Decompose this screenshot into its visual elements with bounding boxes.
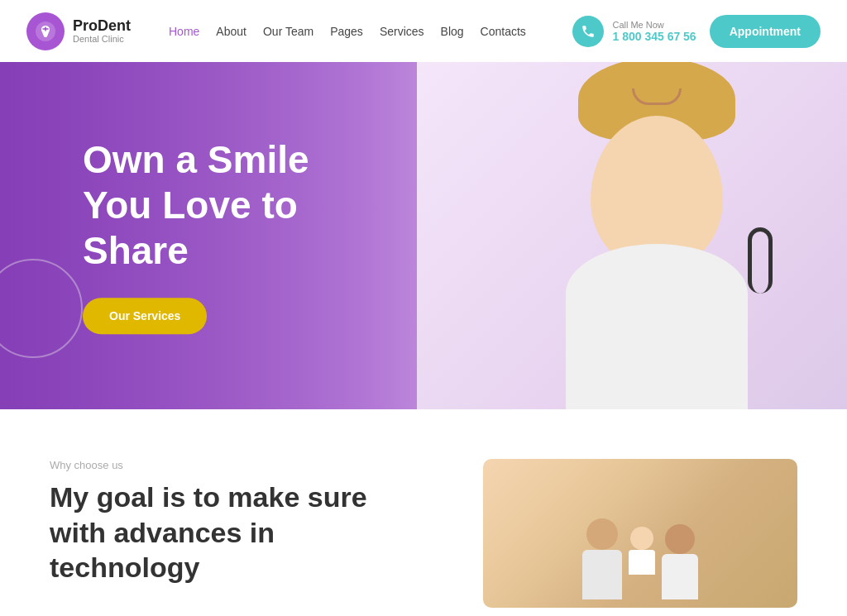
header: ProDent Dental Clinic Home About Our Tea… [0, 0, 847, 62]
nav-services[interactable]: Services [380, 25, 424, 38]
logo-name: ProDent [73, 18, 131, 35]
hero-section: Own a Smile You Love to Share Our Servic… [0, 62, 847, 409]
doctor-figure [516, 62, 797, 409]
header-right: Call Me Now 1 800 345 67 56 Appointment [572, 15, 821, 48]
call-info: Call Me Now 1 800 345 67 56 [572, 16, 696, 47]
logo-icon [26, 12, 65, 50]
nav-home[interactable]: Home [169, 25, 199, 38]
call-label: Call Me Now [612, 20, 696, 30]
family-scene [483, 459, 797, 608]
nav-blog[interactable]: Blog [441, 25, 464, 38]
our-services-button[interactable]: Our Services [83, 298, 207, 334]
doctor-body [566, 244, 748, 409]
why-label: Why choose us [50, 459, 450, 471]
hero-title: Own a Smile You Love to Share [83, 137, 309, 275]
call-number: 1 800 345 67 56 [612, 30, 696, 43]
nav-contacts[interactable]: Contacts [481, 25, 526, 38]
person-dad [582, 518, 622, 599]
person-baby [629, 527, 655, 575]
logo[interactable]: ProDent Dental Clinic [26, 12, 142, 50]
nav-pages[interactable]: Pages [330, 25, 363, 38]
below-heading: My goal is to make sure with advances in… [50, 480, 450, 585]
nav-our-team[interactable]: Our Team [263, 25, 313, 38]
hero-content: Own a Smile You Love to Share Our Servic… [83, 137, 309, 334]
nav-about[interactable]: About [216, 25, 246, 38]
stethoscope-icon [748, 227, 773, 294]
logo-subtitle: Dental Clinic [73, 34, 131, 44]
appointment-button[interactable]: Appointment [710, 15, 821, 48]
below-hero-section: Why choose us My goal is to make sure wi… [0, 409, 847, 616]
hero-image [417, 62, 847, 409]
below-text: Why choose us My goal is to make sure wi… [50, 459, 450, 585]
family-image [483, 459, 797, 608]
main-nav: Home About Our Team Pages Services Blog … [169, 25, 572, 38]
person-mom [662, 524, 698, 599]
phone-icon-circle [572, 16, 604, 47]
